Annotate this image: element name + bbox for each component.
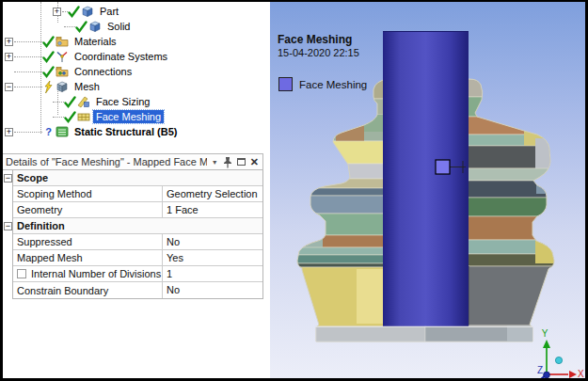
outline-panel: Part Solid Materials — [3, 2, 266, 378]
tree-connector — [14, 132, 42, 133]
y-axis-label: Y — [542, 328, 548, 339]
details-panel: Details of "Face Meshing" - Mapped Face … — [3, 153, 263, 299]
tree-connector — [14, 41, 42, 42]
check-icon — [68, 6, 80, 18]
details-row-mapped-mesh: Mapped Mesh Yes — [13, 250, 262, 266]
row-value[interactable]: 1 — [163, 266, 262, 281]
solid-cube-icon — [81, 5, 94, 18]
expand-icon[interactable] — [5, 128, 13, 136]
solid-cube-icon — [88, 20, 102, 33]
tree-connector — [14, 71, 42, 72]
tree-item-label: Connections — [72, 65, 135, 78]
float-window-icon[interactable] — [237, 158, 246, 166]
details-row-suppressed: Suppressed No — [13, 234, 262, 250]
tree-connector — [14, 87, 42, 87]
tree-item-label: Part — [97, 5, 121, 18]
details-title: Details of "Face Meshing" - Mapped Face … — [6, 156, 207, 167]
coordinate-systems-icon — [56, 50, 69, 63]
check-icon — [42, 51, 55, 63]
details-header: Details of "Face Meshing" - Mapped Face … — [3, 153, 263, 170]
tree-item-static-structural[interactable]: Static Structural (B5) — [3, 124, 266, 139]
close-icon[interactable]: ✕ — [250, 156, 259, 168]
y-axis-arrow — [543, 340, 550, 348]
tree-item-materials[interactable]: Materials — [3, 34, 266, 49]
chevron-down-icon[interactable]: ▼ — [212, 159, 218, 166]
details-section-definition[interactable]: Definition — [13, 218, 262, 234]
expand-icon[interactable] — [5, 53, 13, 61]
row-value[interactable]: No — [163, 282, 262, 298]
row-label: Mapped Mesh — [13, 250, 163, 265]
mesh-icon — [56, 80, 69, 93]
screenshot-frame: Part Solid Materials — [0, 0, 588, 381]
expand-icon[interactable] — [53, 8, 61, 16]
check-icon — [42, 36, 55, 48]
z-axis-ball — [544, 372, 550, 378]
tree-item-label: Materials — [72, 35, 119, 48]
tree-item-label: Static Structural (B5) — [72, 125, 180, 138]
check-icon — [42, 66, 55, 78]
tree-item-label: Mesh — [72, 80, 103, 93]
tree-item-label: Coordinate Systems — [72, 50, 170, 63]
tree-item-coordinate-systems[interactable]: Coordinate Systems — [3, 49, 266, 64]
axis-triad[interactable]: Z Y X — [537, 328, 584, 378]
tree-item-face-sizing[interactable]: Face Sizing — [3, 94, 266, 109]
materials-icon — [56, 35, 69, 48]
expand-icon[interactable] — [5, 38, 13, 46]
tree-item-face-meshing[interactable]: Face Meshing — [3, 109, 266, 124]
collapse-icon[interactable] — [5, 83, 13, 91]
row-label: Suppressed — [13, 234, 163, 249]
tree-item-part[interactable]: Part — [3, 4, 266, 19]
row-value[interactable]: 1 Face — [163, 202, 262, 217]
ansys-mechanical-window: Part Solid Materials — [3, 2, 585, 378]
annotation-timestamp: 15-04-2020 22:15 — [278, 47, 359, 58]
base-plate[interactable] — [316, 326, 532, 341]
x-axis-arrow — [569, 371, 577, 378]
section-collapse-icon[interactable] — [4, 174, 12, 183]
tree-item-label: Face Sizing — [93, 95, 152, 108]
tree-connector — [53, 117, 64, 118]
connections-icon — [56, 65, 69, 78]
check-icon — [64, 111, 76, 123]
annotation-title: Face Meshing — [278, 33, 352, 46]
tree-connector — [53, 102, 64, 103]
z-axis-label: Z — [537, 365, 543, 375]
details-row-constrain-boundary: Constrain Boundary No — [13, 282, 262, 298]
section-label: Definition — [13, 218, 262, 233]
row-label: Constrain Boundary — [13, 282, 163, 298]
lightning-icon — [42, 81, 55, 93]
tree-connector — [64, 26, 75, 27]
legend-label: Face Meshing — [299, 79, 367, 90]
row-label: Scoping Method — [13, 186, 163, 201]
geometry-viewport[interactable]: Z Y X Face Meshing 15-04-2020 22:15 Face… — [270, 2, 585, 378]
row-value[interactable]: Yes — [163, 250, 262, 265]
tree-item-solid[interactable]: Solid — [3, 19, 266, 34]
face-sizing-icon — [77, 95, 90, 108]
model-scene[interactable]: Z Y X — [270, 2, 585, 378]
selected-face-cylinder[interactable] — [383, 31, 469, 326]
checkbox[interactable] — [17, 269, 26, 278]
static-structural-icon — [56, 125, 69, 138]
check-icon — [64, 96, 76, 108]
legend-swatch — [278, 77, 293, 91]
details-row-geometry: Geometry 1 Face — [13, 202, 262, 218]
details-row-scoping-method: Scoping Method Geometry Selection — [13, 186, 262, 202]
tree-item-label-selected: Face Meshing — [93, 110, 164, 123]
row-value[interactable]: Geometry Selection — [163, 186, 262, 201]
legend-item: Face Meshing — [278, 77, 367, 91]
x-axis-label: X — [578, 369, 584, 378]
row-label: Internal Number of Divisions — [13, 266, 163, 281]
pin-icon[interactable] — [223, 156, 232, 168]
details-row-internal-divisions: Internal Number of Divisions 1 — [13, 266, 262, 282]
face-meshing-icon — [77, 110, 90, 123]
question-status-icon — [42, 126, 55, 138]
tree-item-mesh[interactable]: Mesh — [3, 79, 266, 94]
row-value[interactable]: No — [163, 234, 262, 249]
iso-view-ball[interactable] — [555, 357, 562, 363]
tree-connector — [14, 56, 42, 57]
check-icon — [75, 21, 87, 33]
details-section-scope[interactable]: Scope — [13, 170, 262, 186]
tree-item-label: Solid — [104, 20, 133, 33]
section-label: Scope — [13, 170, 262, 185]
tree-item-connections[interactable]: Connections — [3, 64, 266, 79]
section-collapse-icon[interactable] — [4, 222, 12, 230]
